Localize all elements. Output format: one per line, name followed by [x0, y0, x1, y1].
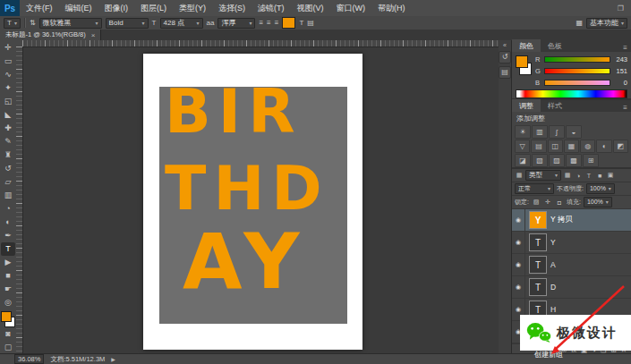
font-style-select[interactable]: Bold ▾: [106, 18, 149, 29]
zoom-tool[interactable]: ◎: [1, 296, 15, 309]
green-slider[interactable]: [544, 68, 610, 74]
visibility-toggle[interactable]: ◉: [512, 209, 525, 231]
visibility-toggle[interactable]: ◉: [512, 232, 525, 253]
dodge-tool[interactable]: ◐: [1, 216, 15, 229]
canvas-area[interactable]: BIR THD AY: [16, 40, 499, 354]
adjustment-icon[interactable]: ◐: [596, 140, 611, 153]
adjustment-icon[interactable]: ▨: [549, 154, 565, 167]
filter-smart-object-icon[interactable]: ▣: [606, 172, 615, 179]
document-page[interactable]: BIR THD AY: [143, 54, 362, 350]
screen-mode-icon[interactable]: ▢: [1, 341, 15, 354]
menu-item-help[interactable]: 帮助(H): [371, 0, 412, 16]
workspace-switcher[interactable]: 基本功能 ▾: [586, 18, 627, 29]
layer-filter-select[interactable]: 类型 ▾: [525, 170, 561, 181]
lasso-tool[interactable]: ∿: [1, 68, 15, 81]
lock-transparency-icon[interactable]: ▨: [532, 199, 541, 206]
healing-brush-tool[interactable]: ✚: [1, 122, 15, 135]
type-tool[interactable]: T: [1, 242, 15, 256]
menu-item-file[interactable]: 文件(F): [20, 0, 59, 16]
layer-thumbnail[interactable]: T: [529, 256, 547, 274]
opacity-select[interactable]: 100% ▾: [586, 183, 615, 194]
red-slider[interactable]: [544, 56, 610, 63]
tab-color[interactable]: 颜色: [512, 39, 541, 52]
blue-slider[interactable]: [544, 80, 610, 86]
adjustment-icon[interactable]: ◪: [515, 154, 531, 167]
adjustment-icon[interactable]: ▤: [531, 140, 546, 153]
foreground-background-swatches[interactable]: [1, 311, 15, 327]
workspace-grid-icon[interactable]: ▦: [576, 19, 583, 27]
adjustment-icon[interactable]: ▽: [515, 140, 530, 153]
menu-item-image[interactable]: 图像(I): [98, 0, 135, 16]
blur-tool[interactable]: ◔: [1, 202, 15, 216]
shape-tool[interactable]: ■: [1, 269, 15, 283]
menu-item-filter[interactable]: 滤镜(T): [252, 0, 291, 16]
history-panel-icon[interactable]: ↺: [499, 51, 511, 63]
menu-item-edit[interactable]: 编辑(E): [59, 0, 98, 16]
align-left-icon[interactable]: ≡: [259, 19, 263, 27]
filter-adjustment-icon[interactable]: ◑: [574, 173, 583, 179]
blend-mode-select[interactable]: 正常 ▾: [515, 183, 554, 194]
adjustment-icon[interactable]: ◫: [548, 140, 563, 153]
eyedropper-tool[interactable]: ◣: [1, 108, 15, 122]
menu-item-view[interactable]: 视图(V): [291, 0, 330, 16]
zoom-level-field[interactable]: 36.08%: [14, 354, 44, 364]
path-selection-tool[interactable]: ▶: [1, 256, 15, 269]
marquee-tool[interactable]: ▭: [1, 55, 15, 68]
foreground-color-swatch[interactable]: [516, 55, 528, 68]
red-value[interactable]: 243: [613, 55, 627, 63]
history-brush-tool[interactable]: ↺: [1, 162, 15, 175]
close-tab-icon[interactable]: ×: [91, 31, 96, 39]
adjustment-icon[interactable]: ʃ: [549, 125, 565, 139]
foreground-color-swatch[interactable]: [1, 311, 12, 322]
layer-row[interactable]: ◉ T Y: [512, 232, 631, 254]
visibility-toggle[interactable]: ◉: [512, 254, 525, 275]
window-restore-icon[interactable]: ❐: [610, 4, 631, 13]
adjustment-icon[interactable]: ▦: [564, 140, 579, 153]
menu-item-layer[interactable]: 图层(L): [134, 0, 173, 16]
lock-position-icon[interactable]: ✛: [543, 199, 552, 206]
layer-row[interactable]: ◉ T D: [512, 276, 631, 299]
clone-stamp-tool[interactable]: ♜: [1, 148, 15, 162]
adjustment-icon[interactable]: ◍: [580, 140, 595, 153]
toggle-text-orientation-icon[interactable]: ⇅: [30, 19, 36, 27]
font-family-select[interactable]: 微软雅黑 ▾: [39, 18, 102, 29]
brush-tool[interactable]: ✎: [1, 135, 15, 148]
hand-tool[interactable]: ☛: [1, 283, 15, 296]
font-size-select[interactable]: 428 点 ▾: [160, 18, 203, 29]
color-panel-swatches[interactable]: [516, 55, 532, 75]
gradient-tool[interactable]: ▥: [1, 189, 15, 202]
menu-item-type[interactable]: 类型(Y): [173, 0, 212, 16]
quick-mask-icon[interactable]: ◙: [1, 327, 15, 341]
layer-row[interactable]: ◉ T A: [512, 254, 631, 276]
adjustment-icon[interactable]: ☀: [515, 125, 531, 139]
menu-item-window[interactable]: 窗口(W): [330, 0, 372, 16]
adjustment-icon[interactable]: ◩: [613, 140, 628, 153]
visibility-toggle[interactable]: ◉: [512, 276, 525, 298]
green-value[interactable]: 151: [613, 67, 627, 75]
adjustment-icon[interactable]: ⊞: [583, 154, 599, 167]
adjustment-icon[interactable]: ◒: [566, 125, 582, 139]
panel-menu-icon[interactable]: ≡: [623, 104, 631, 112]
document-tab[interactable]: 未标题-1 @ 36.1%(RGB/8) ×: [0, 30, 101, 40]
layer-thumbnail[interactable]: T: [529, 233, 547, 251]
expand-panels-icon[interactable]: «: [503, 42, 507, 48]
filter-shape-icon[interactable]: ■: [595, 173, 604, 179]
adjustment-icon[interactable]: ▥: [532, 125, 548, 139]
properties-panel-icon[interactable]: ▤: [499, 66, 511, 79]
color-spectrum-ramp[interactable]: [516, 89, 627, 98]
filter-type-icon[interactable]: T: [584, 173, 593, 179]
menu-item-select[interactable]: 选择(S): [212, 0, 252, 16]
text-color-swatch[interactable]: [282, 17, 295, 29]
eraser-tool[interactable]: ▱: [1, 175, 15, 189]
blue-value[interactable]: 0: [613, 79, 627, 87]
toggle-panels-icon[interactable]: ▤: [307, 19, 314, 27]
layer-thumbnail[interactable]: T: [529, 278, 547, 296]
align-right-icon[interactable]: ≡: [275, 19, 279, 27]
anti-alias-select[interactable]: 浑厚 ▾: [217, 18, 255, 29]
layer-thumbnail[interactable]: Y: [529, 211, 547, 229]
adjustment-icon[interactable]: ▩: [566, 154, 582, 167]
lock-all-icon[interactable]: ◘: [555, 199, 564, 206]
pen-tool[interactable]: ✒: [1, 229, 15, 242]
filter-pixel-icon[interactable]: ▦: [563, 172, 572, 179]
status-options-arrow-icon[interactable]: ▶: [111, 356, 115, 362]
